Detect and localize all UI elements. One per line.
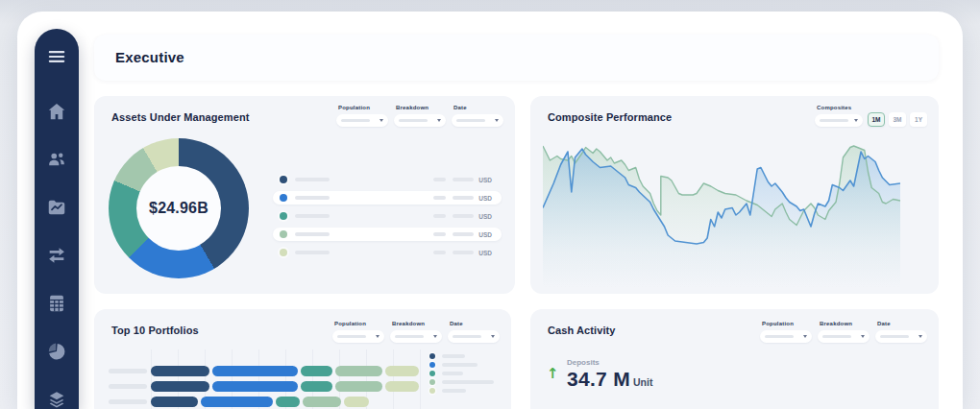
breakdown-dropdown[interactable] xyxy=(394,114,446,127)
sidebar-item-clients[interactable] xyxy=(46,149,67,170)
bar-segment xyxy=(385,381,419,392)
top10-legend-item xyxy=(429,362,494,368)
legend-dot xyxy=(429,353,435,359)
filter-label-population: Population xyxy=(762,321,812,326)
date-dropdown[interactable] xyxy=(875,330,927,343)
pie-chart-icon xyxy=(46,341,67,362)
filter-label-date: Date xyxy=(450,321,500,326)
breakdown-dropdown[interactable] xyxy=(818,330,870,343)
sidebar-item-calculator[interactable] xyxy=(46,293,67,314)
chevron-down-icon xyxy=(437,119,441,122)
home-icon xyxy=(46,101,67,122)
deposits-unit: Unit xyxy=(633,376,652,388)
bar-segment xyxy=(151,397,198,407)
clients-icon xyxy=(46,149,67,170)
redacted-value-bar xyxy=(453,251,474,254)
population-dropdown[interactable] xyxy=(336,114,388,127)
top10-filters: PopulationBreakdownDate xyxy=(332,321,500,343)
placeholder-bar xyxy=(453,335,481,338)
legend-dot xyxy=(429,371,435,376)
filter-label-date: Date xyxy=(877,321,927,326)
sidebar-item-home[interactable] xyxy=(46,101,67,122)
row-label-placeholder xyxy=(109,384,147,389)
menu-icon xyxy=(46,46,67,67)
legend-dot xyxy=(280,212,287,220)
chevron-down-icon xyxy=(433,335,437,338)
legend-dot xyxy=(429,388,435,394)
legend-dot xyxy=(280,249,287,256)
aum-filters: PopulationBreakdownDate xyxy=(336,105,503,127)
layers-icon xyxy=(46,389,67,409)
filter-label-breakdown: Breakdown xyxy=(820,321,870,326)
redacted-value-bar xyxy=(433,214,446,218)
sidebar-item-holdings[interactable] xyxy=(46,389,67,409)
currency-label: USD xyxy=(478,213,492,220)
bar-segment xyxy=(151,366,209,376)
population-dropdown[interactable] xyxy=(760,330,812,343)
bar-segment xyxy=(201,397,273,407)
bar-segment xyxy=(335,366,382,376)
page-title: Executive xyxy=(115,35,184,81)
composites-filter-label: Composites xyxy=(817,105,863,110)
chevron-down-icon xyxy=(376,335,380,338)
chevron-down-icon xyxy=(803,335,807,338)
placeholder-bar xyxy=(822,335,851,338)
breakdown-dropdown[interactable] xyxy=(390,330,442,343)
aum-legend-row: USD xyxy=(273,228,502,241)
currency-label: USD xyxy=(478,250,492,256)
cash-filters: PopulationBreakdownDate xyxy=(760,321,927,343)
chevron-down-icon xyxy=(854,119,858,122)
redacted-value-bar xyxy=(433,196,446,200)
date-dropdown[interactable] xyxy=(452,114,503,127)
placeholder-bar xyxy=(341,119,370,122)
composite-performance-chart[interactable] xyxy=(543,136,900,288)
top10-legend xyxy=(429,353,494,397)
redacted-value-bar xyxy=(433,232,446,236)
redacted-value-bar xyxy=(433,178,446,181)
bar-segment xyxy=(151,381,209,392)
composite-card-title: Composite Performance xyxy=(548,111,672,123)
date-dropdown[interactable] xyxy=(448,330,500,343)
redacted-value-bar xyxy=(453,196,474,200)
chevron-down-icon xyxy=(919,335,922,338)
top10-legend-item xyxy=(429,353,494,359)
aum-donut-chart[interactable]: $24.96B xyxy=(109,138,249,278)
placeholder-bar xyxy=(395,335,424,338)
filter-label-breakdown: Breakdown xyxy=(396,105,446,110)
composites-dropdown[interactable] xyxy=(815,114,863,127)
redacted-name-bar xyxy=(295,196,330,200)
population-dropdown[interactable] xyxy=(332,330,384,343)
filter-label-population: Population xyxy=(334,321,384,326)
range-button-group: 1M3M1Y xyxy=(868,112,927,127)
chevron-down-icon xyxy=(380,119,383,122)
bar-segment xyxy=(301,366,332,376)
top10-card-title: Top 10 Portfolios xyxy=(111,325,199,336)
sidebar-item-portfolios[interactable] xyxy=(46,197,67,218)
range-button-1y[interactable]: 1Y xyxy=(910,112,927,127)
sidebar-item-transactions[interactable] xyxy=(46,245,67,266)
aum-legend-row: USD xyxy=(273,191,502,204)
sidebar-item-analytics[interactable] xyxy=(46,341,67,362)
range-button-1m[interactable]: 1M xyxy=(868,112,885,127)
placeholder-bar xyxy=(880,335,909,338)
card-composite-performance: Composite Performance Composites 1M3M1Y xyxy=(530,96,939,294)
cash-card-title: Cash Activity xyxy=(548,325,616,336)
card-cash-activity: Cash Activity PopulationBreakdownDate ↑ … xyxy=(530,309,939,409)
composite-controls: Composites 1M3M1Y xyxy=(815,105,927,127)
deposits-value-row: 34.7 M Unit xyxy=(567,368,652,391)
currency-label: USD xyxy=(478,195,492,202)
card-top10-portfolios: Top 10 Portfolios PopulationBreakdownDat… xyxy=(94,309,511,409)
redacted-name-bar xyxy=(442,380,494,384)
range-button-3m[interactable]: 3M xyxy=(889,112,906,127)
portfolio-chart-icon xyxy=(46,197,67,218)
redacted-name-bar xyxy=(442,354,465,358)
row-label-placeholder xyxy=(109,369,147,373)
menu-button[interactable] xyxy=(46,46,67,67)
bar-segment xyxy=(385,366,419,376)
calculator-icon xyxy=(46,293,67,314)
transfers-icon xyxy=(46,245,67,266)
chevron-down-icon xyxy=(495,119,499,122)
redacted-name-bar xyxy=(295,214,330,218)
portfolio-bar-row xyxy=(109,397,502,407)
redacted-name-bar xyxy=(295,232,330,236)
